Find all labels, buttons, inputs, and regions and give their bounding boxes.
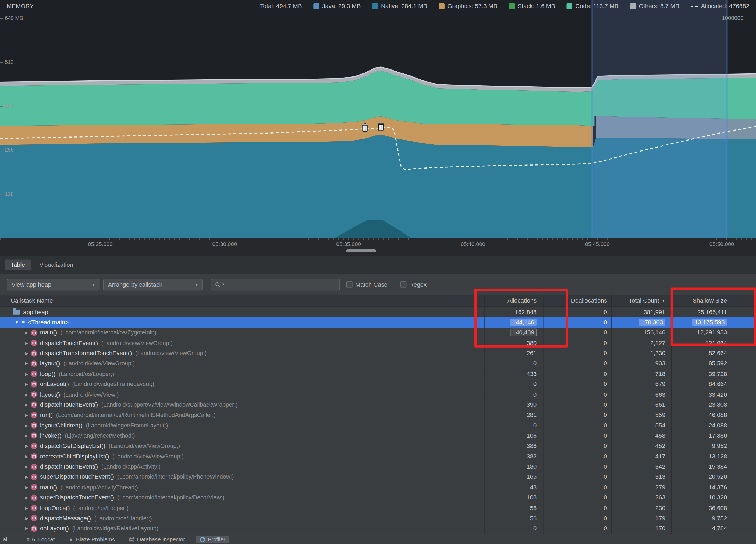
expand-icon[interactable]: ▶ [23,526,30,531]
search-icon [215,282,221,288]
search-input[interactable]: ▾ [211,279,340,290]
total-value: 381,991 [644,309,665,316]
arrange-selector-dropdown[interactable]: Arrange by callstack ▾ [103,279,203,290]
regex-option[interactable]: Regex [400,281,427,288]
total-cell: 156,146 [611,328,671,338]
expand-icon[interactable]: ▶ [23,423,30,428]
alloc-cell: 281 [484,410,543,420]
expand-icon[interactable]: ▶ [23,433,30,438]
callstack-name: main() [40,329,57,336]
expand-icon[interactable]: ▶ [23,330,30,335]
tab-table[interactable]: Table [5,259,31,270]
tool-window-profiler[interactable]: Profiler [196,535,229,543]
table-row[interactable]: ▶mmain()(Landroid/app/ActivityThread;)43… [0,482,756,492]
column-header-deallocations[interactable]: Deallocations [543,295,612,306]
total-value: 1,330 [650,350,665,357]
callstack-name: dispatchTouchEvent() [40,340,98,347]
table-row[interactable]: ▶mlayout()(Landroid/view/ViewGroup;)0093… [0,359,756,369]
expand-icon[interactable]: ▶ [23,413,30,418]
expand-icon[interactable]: ▶ [23,495,30,500]
column-header-shallow-size[interactable]: Shallow Size [671,295,756,306]
expand-icon[interactable]: ▶ [23,351,30,356]
table-row[interactable]: app heap162,8480381,99125,165,411 [0,307,756,317]
total-value: 663 [655,391,665,398]
table-row[interactable]: ▶mdispatchMessage()(Landroid/os/Handler;… [0,513,756,523]
method-icon: m [31,525,37,532]
table-row[interactable]: ▶mdispatchGetDisplayList()(Landroid/view… [0,441,756,451]
expand-icon[interactable]: ▶ [23,403,30,407]
table-row[interactable]: ▶mrecreateChildDisplayList()(Landroid/vi… [0,451,756,461]
table-row[interactable]: ▶mdispatchTouchEvent()(Landroid/support/… [0,400,756,410]
alloc-value: 106 [527,432,537,439]
table-row[interactable]: ▶mmain()(Lcom/android/internal/os/Zygote… [0,328,756,338]
total-value: 170 [655,525,665,532]
table-row[interactable]: ▶mdispatchTouchEvent()(Landroid/app/Acti… [0,462,756,472]
match-case-checkbox[interactable] [346,281,352,288]
alloc-cell: 0 [484,390,543,400]
shallow-value: 15,384 [709,463,727,470]
memory-stacked-area-chart[interactable] [0,0,756,238]
callstack-name: <Thread main> [28,319,69,326]
expand-icon[interactable]: ▶ [23,485,30,490]
timeline[interactable]: 05:25.00005:30.00005:35.00005:40.00005:4… [0,238,756,256]
method-icon: m [31,381,37,387]
tool-window-blaze-problems[interactable]: ▲ Blaze Problems [68,536,115,542]
total-value: 661 [655,401,665,408]
tool-window-logcat[interactable]: ≡ 6: Logcat [27,536,55,542]
table-row[interactable]: ▶msuperDispatchTouchEvent()(Lcom/android… [0,472,756,482]
table-row[interactable]: ▶mdispatchTouchEvent()(Landroid/view/Vie… [0,338,756,348]
column-header-allocations[interactable]: Allocations [484,295,543,306]
expand-icon[interactable]: ▶ [23,475,30,479]
dealloc-value: 0 [604,329,607,336]
dealloc-value: 0 [604,360,607,367]
callstack-name: onLayout() [40,525,69,532]
total-cell: 663 [611,390,671,400]
method-icon: m [31,464,37,470]
heap-selector-dropdown[interactable]: View app heap ▾ [7,279,99,290]
expand-icon[interactable]: ▶ [23,464,30,469]
expand-icon[interactable]: ▶ [23,516,30,521]
tool-window-database-inspector[interactable]: Database Inspector [129,536,185,542]
callstack-name-cell: ▶mdispatchGetDisplayList()(Landroid/view… [0,441,484,451]
table-row[interactable]: ▶mrun()(Lcom/android/internal/os/Runtime… [0,410,756,420]
collapse-icon[interactable]: ▼ [13,320,20,325]
callstack-package: (Landroid/os/Handler;) [94,515,152,522]
alloc-value: 162,848 [515,309,537,316]
expand-icon[interactable]: ▶ [23,506,30,510]
callstack-package: (Landroid/view/View;) [63,391,119,398]
selection-region[interactable] [592,0,727,238]
table-row[interactable]: ▶mdispatchTransformedTouchEvent()(Landro… [0,348,756,358]
match-case-option[interactable]: Match Case [346,281,388,288]
search-options-caret-icon[interactable]: ▾ [222,283,224,287]
alloc-cell: 108 [484,492,543,503]
table-row[interactable]: ▶monLayout()(Landroid/widget/RelativeLay… [0,523,756,534]
total-cell: 230 [611,503,671,513]
expand-icon[interactable]: ▶ [23,361,30,366]
expand-icon[interactable]: ▶ [23,341,30,345]
table-row[interactable]: ▼≡<Thread main>144,1460170,36313,175,593 [0,317,756,327]
shallow-cell: 14,376 [671,482,756,492]
expand-icon[interactable]: ▶ [23,392,30,397]
regex-checkbox[interactable] [400,281,406,288]
table-row[interactable]: ▶minvoke()(Ljava/lang/reflect/Method;)10… [0,431,756,441]
table-row[interactable]: ▶msuperDispatchTouchEvent()(Lcom/android… [0,492,756,503]
table-row[interactable]: ▶monLayout()(Landroid/widget/FrameLayout… [0,379,756,389]
timeline-scrollbar-thumb[interactable] [346,249,376,252]
expand-icon[interactable]: ▶ [23,372,30,376]
dealloc-value: 0 [604,422,607,429]
expand-icon[interactable]: ▶ [23,444,30,449]
callstack-name: onLayout() [40,381,69,388]
alloc-value: 261 [527,350,537,357]
table-row[interactable]: ▶mlayout()(Landroid/view/View;)0066333,4… [0,390,756,400]
table-row[interactable]: ▶mlayoutChildren()(Landroid/widget/Frame… [0,420,756,430]
expand-icon[interactable]: ▶ [23,382,30,387]
method-icon: m [31,330,37,336]
tab-visualization[interactable]: Visualization [34,259,79,270]
memory-chart[interactable]: MEMORY Total: 494.7 MBJava: 29.3 MBNativ… [0,0,756,238]
table-row[interactable]: ▶mloopOnce()(Landroid/os/Looper;)5602303… [0,503,756,513]
expand-icon[interactable]: ▶ [23,454,30,459]
column-header-callstack-name[interactable]: Callstack Name [0,295,484,306]
table-row[interactable]: ▶mloop()(Landroid/os/Looper;)433071839,7… [0,369,756,379]
tool-window-terminal-partial[interactable]: al [3,536,7,542]
column-header-total-count[interactable]: Total Count ▼ [611,295,671,306]
